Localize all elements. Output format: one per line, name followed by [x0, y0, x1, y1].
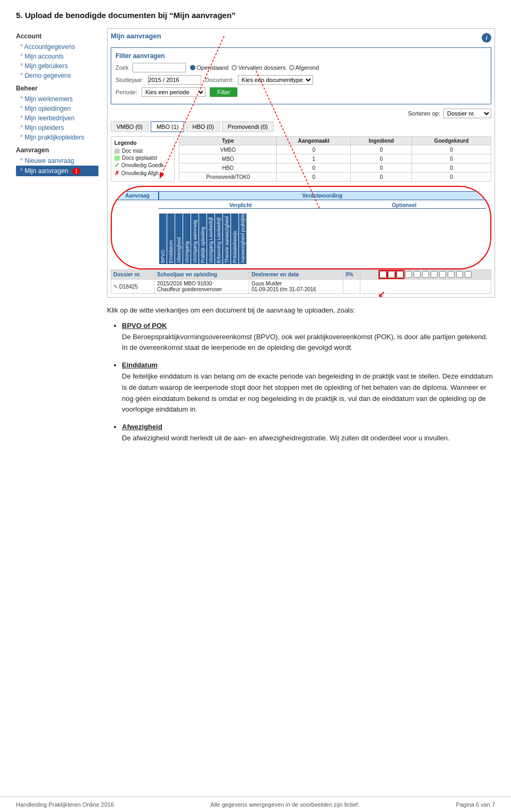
summary-cell-vmbo-ingediend: 0	[351, 145, 412, 154]
tab-promovendi[interactable]: Promovendi (0)	[222, 121, 274, 132]
dossier-col-checkboxes	[360, 270, 491, 280]
summary-cell-hbo-aangemaakt: 0	[277, 163, 351, 173]
dossier-col-school: Schooljaar en opleiding	[155, 270, 249, 280]
footer-center: Alle gegevens weergegeven in de voorbeel…	[210, 801, 359, 808]
checkbox-bpvo[interactable]	[380, 271, 386, 278]
dossier-cell-deelnemer: Guus Mulder 01-09-2015 t/m 31-07-2016	[249, 280, 343, 294]
summary-cell-promovendi-ingediend: 0	[351, 173, 412, 182]
summary-cell-vmbo-aangemaakt: 0	[277, 145, 351, 154]
dossier-table: Dossier nr. Schooljaar en opleiding Deel…	[111, 269, 491, 294]
screenshot-wrapper: Mijn aanvragen i Filter aanvragen Zoek	[107, 28, 495, 298]
periode-select[interactable]: Kies een periode	[142, 87, 205, 97]
sidebar-item-accountgegevens[interactable]: Accountgegevens	[16, 42, 98, 52]
tab-vmbo[interactable]: VMBO (0)	[111, 121, 149, 132]
checkbox-erkenning[interactable]	[439, 271, 446, 278]
optioneel-label: Optioneel	[323, 202, 487, 209]
radio-openstaand[interactable]: Openstaand	[190, 64, 228, 71]
sort-row: Sorteren op: Dossier nr.	[111, 109, 491, 118]
summary-row-vmbo: VMBO 0 0 0	[179, 145, 491, 154]
footer-right: Pagina 6 van 7	[456, 801, 495, 808]
edit-icon[interactable]: ✎	[113, 284, 118, 290]
sidebar-item-mijn-gebruikers[interactable]: Mijn gebruikers	[16, 61, 98, 71]
col-voortgang: Voortgang	[183, 214, 191, 264]
bpvo-text: De Beroepspraktijkvormingsovereenkomst (…	[122, 333, 488, 352]
checkbox-aanwezigheid[interactable]	[465, 271, 472, 278]
summary-cell-hbo-ingediend: 0	[351, 163, 412, 173]
datum-value: 01-09-2015 t/m 31-07-2016	[251, 286, 341, 292]
checkbox-afwezigheid[interactable]	[397, 271, 403, 278]
checkbox-voortgang2[interactable]	[414, 271, 421, 278]
checkbox-einddatum[interactable]	[388, 271, 395, 278]
bpvo-title: BPVO of POK	[122, 322, 167, 330]
zoomed-detail-area: Aanvraag Verantwoording Verplicht Option…	[111, 186, 491, 294]
dossier-row: ✎ D18425 2015/2016 MBO 91830 Chauffeur g…	[111, 280, 491, 294]
column-headers-row: BPVO Einddatum Afwezigheid Voortgang Voo…	[116, 211, 486, 264]
checkbox-prestatie[interactable]	[456, 271, 463, 278]
radio-vervallen-label: Vervallen dossiers	[238, 64, 285, 71]
checkbox-theorie[interactable]	[448, 271, 455, 278]
periode-label: Periode:	[116, 89, 137, 95]
afwezigheid-title: Afwezigheid	[122, 423, 162, 431]
col-voortgang-leerbedrijf: Voortgang Leerbedrijf	[207, 214, 215, 264]
sidebar: Account Accountgegevens Mijn accounts Mi…	[16, 28, 98, 450]
radio-vervallen[interactable]: Vervallen dossiers	[232, 64, 285, 71]
screenshot-main-title: Mijn aanvragen	[111, 32, 161, 40]
summary-header-ingediend: Ingediend	[351, 137, 412, 145]
summary-header-type: Type	[179, 137, 277, 145]
col-voortgang-aanvraag: Voortgang aanvraag	[191, 214, 199, 264]
checkbox-praktijk[interactable]	[422, 271, 429, 278]
col-erkenning: Erkenning Leerbedrijf	[215, 214, 222, 264]
document-label: Document:	[205, 77, 234, 83]
col-praktijk-opleiding: Praktijk opleiding	[199, 214, 207, 264]
studiejaar-input[interactable]	[148, 75, 201, 85]
tab-hbo[interactable]: HBO (0)	[186, 121, 219, 132]
opleiding-value: Chauffeur goederenvervoer	[157, 286, 246, 292]
summary-cell-vmbo-type: VMBO	[179, 145, 277, 154]
sort-select[interactable]: Dossier nr.	[443, 109, 491, 118]
col-afwezigheid: Afwezigheid	[175, 214, 183, 264]
summary-header-goedgekeurd: Goedgekeurd	[412, 137, 491, 145]
checkbox-leerbedrijf[interactable]	[431, 271, 438, 278]
studiejaar-label: Studiejaar:	[116, 77, 144, 83]
sidebar-item-nieuwe-aanvraag[interactable]: Nieuwe aanvraag	[16, 156, 98, 166]
col-bpvo: BPVO	[159, 214, 167, 264]
col-aanwezigheid-praktijk: Aanwezigheid praktijkbegeleider	[239, 214, 246, 264]
radio-afgerond[interactable]: Afgerond	[289, 64, 319, 71]
summary-cell-promovendi-goedgekeurd: 0	[412, 173, 491, 182]
sidebar-account-title: Account	[16, 32, 98, 40]
legend-table-area: Legendo Doc mist Docs geplaatst ✓	[111, 136, 491, 182]
radio-afgerond-label: Afgerond	[295, 64, 319, 71]
legend-dot-doc-geplaatst	[114, 155, 120, 161]
sidebar-item-mijn-leerbedrijven[interactable]: Mijn leerbedrijven	[16, 113, 98, 123]
legend-label-onvolledig-afgh: Onvolledig Afgh.	[121, 170, 160, 176]
summary-cell-promovendi-aangemaakt: 0	[277, 173, 351, 182]
summary-cell-hbo-type: HBO	[179, 163, 277, 173]
sidebar-item-demo-gegevens[interactable]: Demo gegevens	[16, 71, 98, 80]
sidebar-item-mijn-opleidingen[interactable]: Mijn opleidingen	[16, 104, 98, 113]
einddatum-title: Einddatum	[122, 361, 158, 369]
tab-mbo[interactable]: MBO (1)	[151, 121, 185, 132]
checkbox-voortgang[interactable]	[405, 271, 412, 278]
summary-cell-vmbo-goedgekeurd: 0	[412, 145, 491, 154]
sidebar-item-mijn-accounts[interactable]: Mijn accounts	[16, 52, 98, 61]
dossier-col-deelnemer: Deelnemer en data	[249, 270, 343, 280]
info-icon: i	[482, 33, 491, 43]
search-input[interactable]	[133, 63, 186, 72]
sidebar-item-mijn-werknemers[interactable]: Mijn werknemers	[16, 94, 98, 104]
filter-button[interactable]: Filter	[210, 87, 237, 97]
footer: Handleiding Praktijkleren Online 2016 Al…	[0, 797, 511, 812]
summary-cell-promovendi-type: Promovendi/TOK0	[179, 173, 277, 182]
document-select[interactable]: Kies een documenttype	[238, 75, 313, 85]
sidebar-item-mijn-opleiders[interactable]: Mijn opleiders	[16, 123, 98, 133]
red-arrow-down: ↙	[378, 289, 385, 299]
footer-left: Handleiding Praktijkleren Online 2016	[16, 801, 114, 808]
col-einddatum: Einddatum	[167, 214, 175, 264]
sidebar-item-mijn-praktijkopleiders[interactable]: Mijn praktijkopleiders	[16, 133, 98, 142]
sidebar-item-mijn-aanvragen[interactable]: Mijn aanvragen 1	[16, 166, 98, 176]
aanvraag-header: Aanvraag	[116, 191, 159, 200]
dossier-cell-progress	[343, 280, 360, 294]
verantwoording-header: Verantwoording	[159, 191, 486, 200]
verplicht-optioneel-headers: Verplicht Optioneel	[159, 202, 486, 209]
summary-cell-mbo-ingediend: 0	[351, 154, 412, 163]
summary-cell-mbo-aangemaakt: 1	[277, 154, 351, 163]
